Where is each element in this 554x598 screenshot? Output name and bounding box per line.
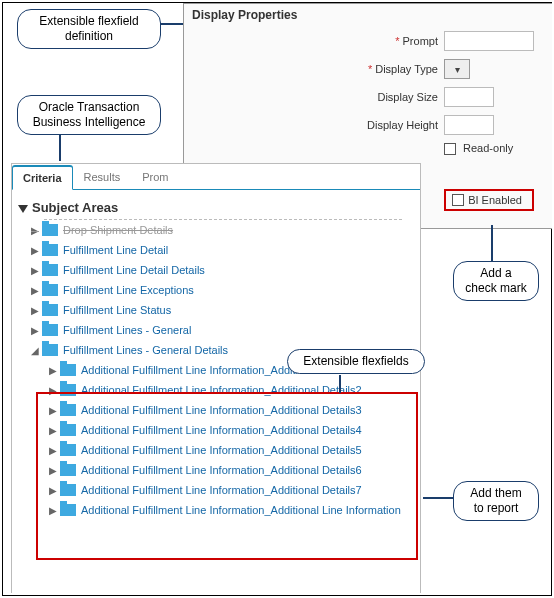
folder-icon: [42, 324, 58, 336]
caret-icon: ▶: [30, 225, 40, 236]
display-size-input[interactable]: [444, 87, 494, 107]
subject-areas-heading[interactable]: Subject Areas: [18, 200, 414, 215]
caret-icon: ▶: [48, 425, 58, 436]
tree-item[interactable]: ▶Fulfillment Line Exceptions: [16, 280, 416, 300]
bi-enabled-checkbox[interactable]: [452, 194, 464, 206]
display-type-select[interactable]: ▾: [444, 59, 470, 79]
read-only-label: Read-only: [463, 142, 513, 154]
folder-icon: [42, 284, 58, 296]
caret-icon: ▶: [48, 385, 58, 396]
callout-otbi: Oracle Transaction Business Intelligence: [17, 95, 161, 135]
tab-criteria[interactable]: Criteria: [12, 165, 73, 190]
tree-item[interactable]: ▶Additional Fulfillment Line Information…: [16, 460, 416, 480]
tree-item[interactable]: ▶Additional Fulfillment Line Information…: [16, 380, 416, 400]
callout-checkmark: Add a check mark: [453, 261, 539, 301]
folder-icon: [42, 264, 58, 276]
display-properties-heading: Display Properties: [192, 8, 544, 22]
caret-icon: ▶: [48, 445, 58, 456]
folder-icon: [60, 404, 76, 416]
bi-enabled-label: BI Enabled: [468, 194, 522, 206]
caret-icon: ▶: [48, 465, 58, 476]
folder-icon: [42, 224, 58, 236]
caret-icon: ▶: [30, 265, 40, 276]
tree-item[interactable]: ▶ Drop Shipment Details: [16, 220, 416, 240]
tree-item[interactable]: ▶Additional Fulfillment Line Information…: [16, 400, 416, 420]
folder-icon: [60, 504, 76, 516]
caret-down-icon: ◢: [30, 345, 40, 356]
bi-enabled-highlight: BI Enabled: [444, 189, 534, 211]
folder-icon: [42, 244, 58, 256]
prompt-input[interactable]: [444, 31, 534, 51]
callout-report: Add them to report: [453, 481, 539, 521]
read-only-checkbox[interactable]: [444, 143, 456, 155]
frame: Extensible flexfield definition Oracle T…: [2, 2, 552, 596]
caret-icon: ▶: [30, 305, 40, 316]
tree-item[interactable]: ▶Additional Fulfillment Line Information…: [16, 480, 416, 500]
chevron-down-icon: [18, 205, 28, 213]
callout-eff: Extensible flexfields: [287, 349, 425, 374]
tree-item[interactable]: ▶Additional Fulfillment Line Information…: [16, 440, 416, 460]
tree-item[interactable]: ▶Fulfillment Line Detail: [16, 240, 416, 260]
display-height-input[interactable]: [444, 115, 494, 135]
caret-icon: ▶: [30, 325, 40, 336]
caret-icon: ▶: [48, 485, 58, 496]
folder-icon: [60, 444, 76, 456]
tree-item[interactable]: ▶Additional Fulfillment Line Information…: [16, 500, 416, 520]
tab-results[interactable]: Results: [73, 165, 132, 189]
folder-icon: [42, 344, 58, 356]
caret-icon: ▶: [30, 245, 40, 256]
caret-icon: ▶: [30, 285, 40, 296]
tree-item[interactable]: ▶Fulfillment Line Detail Details: [16, 260, 416, 280]
caret-icon: ▶: [48, 365, 58, 376]
folder-icon: [60, 384, 76, 396]
tab-prompts[interactable]: Prom: [131, 165, 179, 189]
folder-icon: [60, 484, 76, 496]
folder-icon: [60, 464, 76, 476]
folder-icon: [42, 304, 58, 316]
callout-eff-definition: Extensible flexfield definition: [17, 9, 161, 49]
tab-bar: Criteria Results Prom: [12, 164, 420, 190]
caret-icon: ▶: [48, 405, 58, 416]
tree-item[interactable]: ▶Fulfillment Lines - General: [16, 320, 416, 340]
caret-icon: ▶: [48, 505, 58, 516]
tree-item[interactable]: ▶Additional Fulfillment Line Information…: [16, 420, 416, 440]
tree-item[interactable]: ▶Fulfillment Line Status: [16, 300, 416, 320]
folder-icon: [60, 424, 76, 436]
folder-icon: [60, 364, 76, 376]
display-size-label: Display Size: [184, 91, 444, 103]
prompt-label: Prompt: [184, 35, 444, 47]
otbi-panel: Criteria Results Prom Subject Areas ▶ Dr…: [11, 163, 421, 593]
display-type-label: Display Type: [184, 63, 444, 75]
display-height-label: Display Height: [184, 119, 444, 131]
